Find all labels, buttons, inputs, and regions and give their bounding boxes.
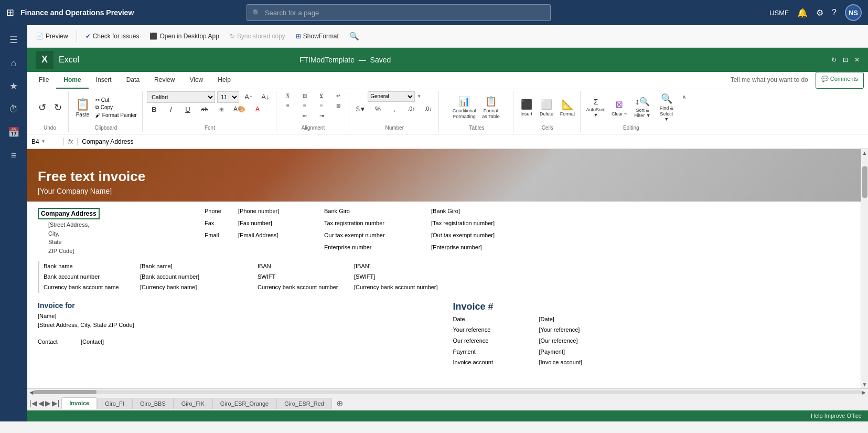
italic-button[interactable]: I bbox=[164, 104, 178, 115]
align-top-button[interactable]: ⊼ bbox=[281, 91, 295, 100]
bold-button[interactable]: B bbox=[147, 104, 162, 115]
tab-review[interactable]: Review bbox=[147, 72, 182, 89]
vertical-scrollbar[interactable]: ▲ ▼ bbox=[861, 149, 868, 388]
find-select-button[interactable]: 🔍 Find &Select ▼ bbox=[656, 91, 678, 124]
search-placeholder: Search for a page bbox=[265, 9, 319, 17]
tab-help[interactable]: Help bbox=[210, 72, 238, 89]
avatar[interactable]: NS bbox=[845, 4, 862, 21]
tab-giro-bbs[interactable]: Giro_BBS bbox=[132, 398, 174, 409]
settings-icon[interactable]: ⚙ bbox=[816, 8, 823, 18]
search-bar[interactable]: 🔍 Search for a page bbox=[247, 4, 551, 21]
invoice-body: Company Address [Street Address, City, S… bbox=[27, 202, 868, 372]
inc-decimal-button[interactable]: .0↑ bbox=[404, 104, 419, 113]
tab-view[interactable]: View bbox=[182, 72, 210, 89]
h-scroll-thumb[interactable] bbox=[34, 390, 97, 394]
tab-data[interactable]: Data bbox=[119, 72, 147, 89]
check-issues-button[interactable]: ✔ Check for issues bbox=[81, 30, 144, 42]
sidebar-icon-list[interactable]: ≡ bbox=[3, 145, 24, 166]
sidebar-icon-home[interactable]: ⌂ bbox=[3, 52, 24, 73]
horizontal-scrollbar[interactable]: ◀ ▶ bbox=[27, 388, 868, 396]
undo-button[interactable]: ↺ bbox=[35, 100, 49, 115]
window-resize-icon[interactable]: ↻ bbox=[831, 56, 837, 64]
tell-me-input[interactable]: Tell me what you want to do bbox=[723, 72, 816, 89]
cell-reference[interactable]: B4 ▼ bbox=[27, 138, 64, 145]
grid-icon[interactable]: ⊞ bbox=[6, 7, 14, 18]
decrease-font-button[interactable]: A↓ bbox=[258, 92, 273, 102]
wrap-text-button[interactable]: ↵ bbox=[331, 91, 346, 100]
sidebar-icon-calendar[interactable]: 📅 bbox=[3, 122, 24, 143]
insert-cells-button[interactable]: ⬛ Insert bbox=[518, 97, 535, 118]
tab-insert[interactable]: Insert bbox=[89, 72, 119, 89]
v-scroll-thumb[interactable] bbox=[862, 166, 867, 198]
show-format-button[interactable]: ⊞ ShowFormat bbox=[292, 30, 343, 42]
percent-button[interactable]: % bbox=[370, 104, 385, 114]
tab-giro-fik[interactable]: Giro_FIK bbox=[174, 398, 212, 409]
clear-button[interactable]: ⊠ Clear ~ bbox=[609, 97, 629, 118]
align-right-button[interactable]: ≡ bbox=[314, 101, 329, 110]
tab-giro-esr-orange[interactable]: Giro_ESR_Orange bbox=[212, 398, 276, 409]
conditional-formatting-button[interactable]: 📊 ConditionalFormatting bbox=[451, 94, 477, 121]
merge-button[interactable]: ⊠ bbox=[331, 101, 346, 110]
sheet-nav-last[interactable]: ▶| bbox=[52, 399, 60, 407]
align-left-button[interactable]: ≡ bbox=[281, 101, 295, 110]
add-sheet-button[interactable]: ⊕ bbox=[332, 398, 347, 408]
search-icon: 🔍 bbox=[252, 9, 261, 17]
paste-button[interactable]: 📋 Paste bbox=[73, 96, 92, 119]
redo-button[interactable]: ↻ bbox=[50, 100, 65, 115]
sort-filter-button[interactable]: ↕🔍 Sort &Filter ▼ bbox=[631, 95, 653, 121]
window-close-icon[interactable]: ✕ bbox=[854, 56, 860, 64]
comma-button[interactable]: , bbox=[387, 104, 402, 114]
main-wrapper: ☰ ⌂ ★ ⏱ 📅 ≡ 📄 Preview ✔ Check for issues… bbox=[0, 25, 868, 421]
invoice-for-section: Invoice for [Name] [Street Address, City… bbox=[38, 301, 858, 367]
sheet-nav-next[interactable]: ▶ bbox=[45, 399, 51, 407]
strikethrough-button[interactable]: ab bbox=[197, 104, 212, 114]
format-painter-button[interactable]: 🖌 Format Painter bbox=[93, 112, 139, 119]
format-table-button[interactable]: 📋 Formatas Table bbox=[479, 94, 502, 121]
underline-button[interactable]: U bbox=[180, 104, 195, 115]
font-size-select[interactable]: 11 bbox=[217, 91, 239, 103]
number-format-select[interactable]: General bbox=[368, 91, 415, 102]
ribbon-collapse[interactable]: ∧ bbox=[682, 91, 687, 132]
format-cells-button[interactable]: 📐 Format bbox=[558, 97, 577, 118]
delete-cells-button[interactable]: ⬜ Delete bbox=[537, 97, 556, 118]
sidebar-icon-recent[interactable]: ⏱ bbox=[3, 99, 24, 120]
tab-giro-fi[interactable]: Giro_FI bbox=[97, 398, 132, 409]
dec-decimal-button[interactable]: .0↓ bbox=[421, 104, 435, 113]
autosum-button[interactable]: Σ AutoSum ▼ bbox=[585, 96, 607, 119]
tab-home[interactable]: Home bbox=[56, 72, 88, 89]
tab-invoice[interactable]: Invoice bbox=[61, 397, 97, 409]
sidebar-icon-star[interactable]: ★ bbox=[3, 76, 24, 97]
currency-button[interactable]: $▼ bbox=[353, 104, 369, 114]
font-color-button[interactable]: A bbox=[250, 104, 265, 114]
cut-button[interactable]: ✂ Cut bbox=[93, 97, 139, 103]
align-bottom-button[interactable]: ⊻ bbox=[314, 91, 329, 100]
search-doc-icon[interactable]: 🔍 bbox=[349, 31, 359, 41]
tab-giro-esr-red[interactable]: Giro_ESR_Red bbox=[276, 398, 332, 409]
excel-logo: X bbox=[36, 51, 53, 69]
indent-decrease-button[interactable]: ⇤ bbox=[297, 111, 312, 120]
sheet-nav-first[interactable]: |◀ bbox=[29, 399, 37, 407]
indent-increase-button[interactable]: ⇥ bbox=[314, 111, 329, 120]
window-expand-icon[interactable]: ⊡ bbox=[843, 56, 848, 64]
align-middle-button[interactable]: ⊟ bbox=[297, 91, 312, 100]
comments-button[interactable]: 💬 Comments bbox=[816, 72, 864, 89]
bank-section: Bank name [Bank name] IBAN [IBAN] Bank a… bbox=[38, 261, 858, 292]
sync-icon: ↻ bbox=[230, 33, 235, 40]
align-center-button[interactable]: ≡ bbox=[297, 101, 312, 110]
copy-button[interactable]: ⧉ Copy bbox=[93, 104, 139, 111]
preview-button[interactable]: 📄 Preview bbox=[31, 30, 72, 42]
fill-color-button[interactable]: A🎨 bbox=[231, 104, 248, 114]
increase-font-button[interactable]: A↑ bbox=[241, 92, 256, 102]
border-button[interactable]: ⊞ bbox=[214, 105, 229, 114]
open-desktop-button[interactable]: ⬛ Open in Desktop App bbox=[145, 30, 223, 42]
bell-icon[interactable]: 🔔 bbox=[797, 8, 808, 18]
help-improve[interactable]: Help Improve Office bbox=[811, 413, 862, 419]
help-icon[interactable]: ? bbox=[832, 8, 837, 17]
tab-file[interactable]: File bbox=[31, 72, 56, 89]
font-family-select[interactable]: Calibri bbox=[147, 91, 215, 103]
spreadsheet[interactable]: Free text invoice [Your Company Name] Co… bbox=[27, 149, 868, 388]
sync-button[interactable]: ↻ Sync stored copy bbox=[226, 30, 290, 42]
sidebar-icon-menu[interactable]: ☰ bbox=[3, 29, 24, 50]
sheet-nav-prev[interactable]: ◀ bbox=[38, 399, 44, 407]
h-scroll-track[interactable] bbox=[34, 390, 862, 394]
